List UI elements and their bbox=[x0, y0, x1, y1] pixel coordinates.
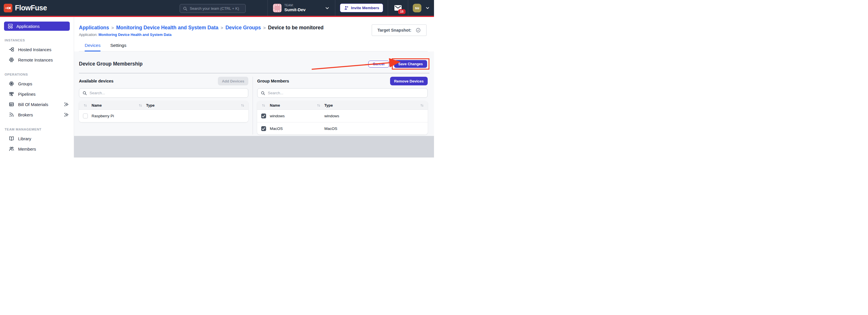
sidebar-item-label: Pipelines bbox=[18, 92, 36, 96]
row-checkbox[interactable] bbox=[83, 114, 88, 118]
search-icon bbox=[82, 91, 87, 95]
sidebar-item-members[interactable]: Members bbox=[0, 144, 74, 154]
team-search-bar[interactable] bbox=[180, 4, 246, 13]
invite-members-button[interactable]: Invite Members bbox=[340, 3, 383, 12]
search-input[interactable] bbox=[190, 6, 243, 11]
sidebar-item-applications[interactable]: Applications bbox=[4, 22, 70, 31]
invite-members-label: Invite Members bbox=[351, 6, 379, 10]
breadcrumb-device-groups[interactable]: Device Groups bbox=[225, 25, 261, 31]
available-devices-search[interactable] bbox=[79, 88, 248, 98]
flowfuse-logo-icon bbox=[4, 4, 12, 12]
sidebar-item-brokers[interactable]: Brokers bbox=[0, 110, 74, 120]
column-header-select[interactable] bbox=[79, 104, 92, 107]
sparkles-icon bbox=[64, 112, 69, 118]
sidebar-item-pipelines[interactable]: Pipelines bbox=[0, 89, 74, 99]
group-members-search[interactable] bbox=[257, 88, 428, 98]
sidebar-item-label: Groups bbox=[18, 81, 32, 86]
column-header-name[interactable]: Name bbox=[270, 103, 324, 108]
column-header-type[interactable]: Type bbox=[324, 103, 428, 108]
cancel-button[interactable]: Cancel bbox=[368, 61, 389, 67]
sidebar-section-operations: OPERATIONS bbox=[5, 73, 74, 76]
column-header-name[interactable]: Name bbox=[92, 103, 146, 108]
sidebar-item-label: Brokers bbox=[18, 112, 33, 117]
members-search-input[interactable] bbox=[268, 91, 424, 95]
rss-icon bbox=[9, 112, 14, 118]
tab-settings[interactable]: Settings bbox=[110, 43, 126, 52]
sidebar-item-groups[interactable]: Groups bbox=[0, 79, 74, 89]
sidebar-item-label: Applications bbox=[17, 24, 40, 29]
sidebar: Applications INSTANCES Hosted Instances bbox=[0, 17, 74, 158]
device-name-cell: MacOS bbox=[270, 126, 324, 131]
device-name-cell: Raspberry Pi bbox=[92, 114, 146, 118]
check-circle-icon bbox=[415, 28, 421, 33]
breadcrumb-application-name[interactable]: Monitoring Device Health and System Data bbox=[116, 25, 218, 31]
breadcrumb-separator: > bbox=[221, 25, 223, 30]
tab-bar: Devices Settings bbox=[79, 43, 428, 52]
page-background bbox=[74, 136, 434, 158]
annotation-highlight-box: Save Changes bbox=[392, 58, 429, 69]
chevron-down-icon bbox=[324, 5, 330, 11]
search-icon bbox=[260, 91, 265, 95]
tab-devices[interactable]: Devices bbox=[85, 43, 100, 52]
sidebar-item-label: Library bbox=[18, 136, 31, 141]
sidebar-item-library[interactable]: Library bbox=[0, 133, 74, 144]
target-snapshot-box: Target Snapshot: bbox=[372, 24, 427, 36]
target-snapshot-label: Target Snapshot: bbox=[377, 28, 411, 32]
column-header-type[interactable]: Type bbox=[146, 103, 248, 108]
people-icon bbox=[9, 146, 14, 152]
search-icon bbox=[183, 6, 187, 11]
column-header-select[interactable] bbox=[257, 104, 270, 107]
sort-icon bbox=[420, 104, 424, 107]
table-icon bbox=[9, 102, 14, 107]
row-checkbox[interactable] bbox=[261, 126, 266, 131]
table-row[interactable]: MacOS MacOS bbox=[257, 122, 428, 135]
page-header: Applications > Monitoring Device Health … bbox=[74, 17, 434, 52]
membership-actions: Cancel Save Changes bbox=[368, 58, 429, 69]
table-row[interactable]: Raspberry Pi bbox=[79, 110, 248, 122]
sidebar-item-bill-of-materials[interactable]: Bill Of Materials bbox=[0, 99, 74, 110]
sidebar-section-team-management: TEAM MANAGEMENT bbox=[5, 127, 74, 131]
sidebar-item-label: Remote Instances bbox=[18, 57, 53, 62]
section-title: Device Group Membership bbox=[79, 61, 143, 67]
sidebar-item-label: Hosted Instances bbox=[18, 47, 51, 52]
top-navbar: FlowFuse TE bbox=[0, 0, 434, 17]
available-devices-header: Available devices Add Devices bbox=[79, 77, 248, 85]
add-devices-button[interactable]: Add Devices bbox=[218, 77, 248, 85]
navbar-right: TEAM: Sumit-Dev Invite Members bbox=[268, 0, 434, 16]
available-search-input[interactable] bbox=[90, 91, 245, 95]
sidebar-section-instances: INSTANCES bbox=[5, 38, 74, 42]
sidebar-item-remote-instances[interactable]: Remote Instances bbox=[0, 55, 74, 65]
sort-icon bbox=[241, 104, 245, 107]
devices-tab-content: Device Group Membership Cancel Save Chan… bbox=[74, 52, 434, 158]
notifications-button[interactable]: 15 bbox=[394, 5, 402, 11]
group-members-title: Group Members bbox=[257, 79, 289, 83]
breadcrumb-applications[interactable]: Applications bbox=[79, 25, 109, 31]
team-meta: TEAM: Sumit-Dev bbox=[284, 4, 306, 12]
sidebar-item-hosted-instances[interactable]: Hosted Instances bbox=[0, 44, 74, 55]
save-changes-button[interactable]: Save Changes bbox=[394, 60, 427, 68]
brand-logo[interactable]: FlowFuse bbox=[0, 4, 47, 12]
available-devices-table: Name Type bbox=[79, 101, 248, 122]
notifications-group: 15 bbox=[388, 0, 408, 16]
remove-devices-button[interactable]: Remove Devices bbox=[390, 77, 428, 85]
chip-filled-icon bbox=[9, 81, 14, 87]
device-type-cell: MacOS bbox=[324, 126, 428, 131]
sort-icon bbox=[138, 104, 143, 107]
team-selector[interactable]: TEAM: Sumit-Dev bbox=[268, 0, 335, 16]
table-row[interactable]: windows windows bbox=[257, 110, 428, 122]
sidebar-item-label: Bill Of Materials bbox=[18, 102, 48, 107]
sidebar-item-label: Members bbox=[18, 147, 36, 151]
breadcrumb-current-page: Device to be monitored bbox=[268, 25, 324, 31]
group-members-panel: Group Members Remove Devices bbox=[257, 77, 428, 135]
main-area: Applications > Monitoring Device Health … bbox=[74, 17, 434, 158]
chevron-down-icon bbox=[425, 5, 430, 10]
membership-panels: Available devices Add Devices bbox=[74, 73, 434, 135]
user-menu[interactable]: su bbox=[408, 0, 434, 16]
row-checkbox[interactable] bbox=[261, 114, 266, 118]
application-link[interactable]: Monitoring Device Health and System Data bbox=[98, 33, 172, 37]
available-devices-panel: Available devices Add Devices bbox=[79, 77, 248, 122]
sort-icon bbox=[261, 104, 266, 107]
breadcrumb-separator: > bbox=[263, 25, 266, 30]
group-members-header: Group Members Remove Devices bbox=[257, 77, 428, 85]
chip-icon bbox=[9, 57, 14, 63]
